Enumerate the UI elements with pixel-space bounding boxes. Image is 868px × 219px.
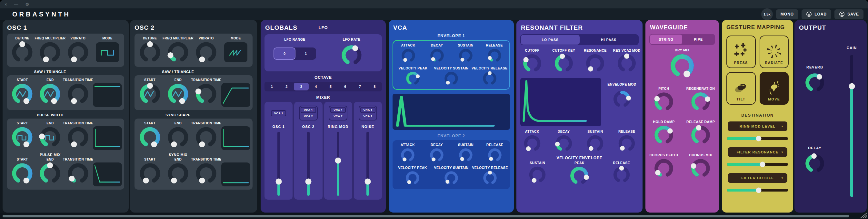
- vca-button[interactable]: VCA 2: [330, 113, 346, 119]
- resonance-knob[interactable]: [585, 53, 605, 73]
- end-knob[interactable]: [167, 162, 189, 185]
- transition-time-knob[interactable]: [195, 126, 217, 148]
- mode-button[interactable]: [96, 42, 119, 62]
- destination-dropdown[interactable]: FILTER RESONANCE▼: [728, 147, 787, 157]
- transition-time-knob[interactable]: [67, 83, 89, 105]
- start-knob[interactable]: [139, 126, 161, 148]
- slider-thumb[interactable]: [760, 162, 765, 167]
- sustain-knob[interactable]: [528, 166, 547, 184]
- res-vca2-mod-knob[interactable]: [617, 53, 637, 73]
- lfo-range-toggle[interactable]: 01: [274, 48, 316, 60]
- slider-thumb[interactable]: [849, 83, 855, 89]
- destination-slider[interactable]: [727, 189, 788, 192]
- gesture-button-move[interactable]: MOVE: [760, 72, 789, 105]
- gesture-button-radiate[interactable]: RADIATE: [760, 35, 789, 68]
- zoom-badge[interactable]: 1.5x: [761, 8, 773, 20]
- release-knob[interactable]: [487, 48, 502, 63]
- decay-knob[interactable]: [430, 48, 444, 63]
- minimize-icon[interactable]: —: [14, 2, 19, 6]
- lfo-range-option-1[interactable]: 1: [296, 48, 316, 60]
- slider-thumb[interactable]: [365, 179, 371, 185]
- end-knob[interactable]: [39, 83, 61, 105]
- velocity-sustain-knob[interactable]: [444, 170, 459, 185]
- filter-option-lo-pass[interactable]: LO PASS: [521, 35, 580, 45]
- transition-time-knob[interactable]: [67, 162, 89, 185]
- vca-button[interactable]: VCA 1: [301, 107, 316, 113]
- reverb-knob[interactable]: [804, 72, 825, 93]
- octave-8[interactable]: 8: [367, 82, 382, 91]
- gear-icon[interactable]: ⚙: [26, 2, 29, 6]
- velocity-sustain-knob[interactable]: [444, 71, 459, 86]
- transition-time-knob[interactable]: [67, 126, 89, 148]
- mono-button[interactable]: MONO: [776, 9, 798, 19]
- start-knob[interactable]: [139, 83, 161, 105]
- vca-button[interactable]: VCA 1: [360, 107, 376, 113]
- release-damp-knob[interactable]: [690, 125, 711, 145]
- level-slider[interactable]: [337, 132, 339, 196]
- end-knob[interactable]: [39, 162, 61, 185]
- dry-mix-knob[interactable]: [669, 53, 695, 79]
- filter-option-hi-pass[interactable]: HI PASS: [580, 35, 638, 45]
- slider-thumb[interactable]: [335, 158, 341, 164]
- mode-button[interactable]: [224, 42, 247, 62]
- resize-grip[interactable]: [859, 212, 867, 218]
- lfo-range-option-0[interactable]: 0: [274, 48, 296, 60]
- velocity-release-knob[interactable]: [483, 170, 497, 185]
- cutoff-key-knob[interactable]: [554, 53, 574, 73]
- vibrato-knob[interactable]: [195, 41, 217, 64]
- sustain-knob[interactable]: [586, 134, 604, 153]
- release-knob[interactable]: [487, 147, 502, 162]
- vca-button[interactable]: VCA 1: [271, 110, 286, 116]
- slider-thumb[interactable]: [276, 179, 282, 185]
- release-knob[interactable]: [613, 166, 630, 184]
- chorus-mix-knob[interactable]: [690, 158, 711, 179]
- vca-button[interactable]: VCA 2: [301, 113, 316, 119]
- start-knob[interactable]: [139, 162, 161, 185]
- regeneration-knob[interactable]: [690, 91, 711, 112]
- decay-knob[interactable]: [429, 147, 444, 162]
- release-knob[interactable]: [618, 134, 636, 153]
- velocity-release-knob[interactable]: [482, 71, 497, 86]
- filter-type-toggle[interactable]: LO PASSHI PASS: [520, 34, 639, 45]
- vca-button[interactable]: VCA 2: [360, 113, 376, 119]
- save-button[interactable]: SAVE: [834, 9, 864, 19]
- gesture-button-tilt[interactable]: TILT: [726, 72, 756, 105]
- end-knob[interactable]: [167, 83, 189, 105]
- vca-button[interactable]: VCA 1: [330, 107, 346, 113]
- transition-time-knob[interactable]: [195, 83, 217, 105]
- lfo-rate-knob[interactable]: [341, 44, 363, 66]
- end-knob[interactable]: [39, 126, 61, 148]
- destination-slider[interactable]: [727, 137, 788, 140]
- octave-7[interactable]: 7: [352, 82, 367, 91]
- attack-knob[interactable]: [400, 147, 415, 162]
- envelope-mod-knob[interactable]: [613, 90, 631, 109]
- detune-knob[interactable]: [11, 41, 34, 64]
- horizontal-scrollbar[interactable]: [0, 213, 868, 219]
- start-knob[interactable]: [11, 83, 34, 105]
- slider-thumb[interactable]: [756, 188, 762, 193]
- octave-6[interactable]: 6: [338, 82, 353, 91]
- scrollbar-thumb[interactable]: [3, 215, 849, 217]
- waveguide-option-pipe[interactable]: PIPE: [682, 34, 714, 44]
- waveguide-option-string[interactable]: STRING: [650, 34, 682, 44]
- sustain-knob[interactable]: [458, 147, 473, 162]
- destination-dropdown[interactable]: RING MOD LEVEL▼: [728, 121, 787, 131]
- destination-dropdown[interactable]: FILTER CUTOFF▼: [728, 173, 787, 183]
- octave-2[interactable]: 2: [279, 82, 294, 91]
- peak-knob[interactable]: [569, 166, 589, 186]
- hold-damp-knob[interactable]: [653, 125, 674, 145]
- start-knob[interactable]: [11, 162, 34, 185]
- octave-5[interactable]: 5: [323, 82, 338, 91]
- level-slider[interactable]: [366, 132, 369, 196]
- pitch-knob[interactable]: [653, 91, 674, 112]
- slider-thumb[interactable]: [305, 179, 311, 185]
- close-icon[interactable]: ×: [4, 2, 7, 6]
- octave-1[interactable]: 1: [265, 82, 279, 91]
- end-knob[interactable]: [167, 126, 189, 148]
- freq-multiplier-knob[interactable]: [167, 41, 189, 64]
- vibrato-knob[interactable]: [67, 41, 89, 64]
- velocity-peak-knob[interactable]: [405, 71, 420, 86]
- waveguide-mode-toggle[interactable]: STRINGPIPE: [649, 34, 715, 45]
- octave-4[interactable]: 4: [309, 82, 323, 91]
- gesture-button-press[interactable]: PRESS: [726, 35, 756, 68]
